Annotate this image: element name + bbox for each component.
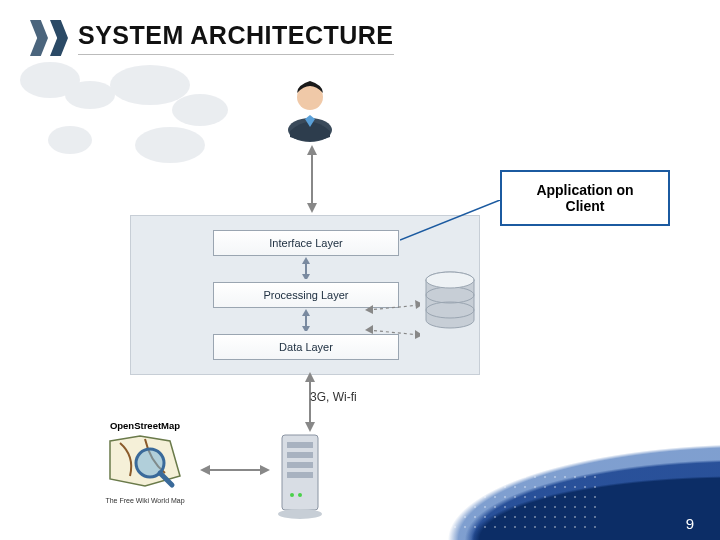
svg-point-5	[135, 127, 205, 163]
server-icon	[270, 430, 330, 520]
svg-line-19	[368, 330, 420, 335]
svg-point-4	[48, 126, 92, 154]
svg-marker-21	[365, 305, 373, 314]
osm-subtitle: The Free Wiki World Map	[90, 497, 200, 504]
svg-marker-34	[200, 465, 210, 475]
layer-connector-2	[299, 309, 313, 331]
slide-header: SYSTEM ARCHITECTURE	[30, 20, 394, 56]
database-icon	[420, 270, 480, 335]
svg-point-3	[172, 94, 228, 126]
arrow-osm-server	[200, 460, 270, 480]
svg-marker-35	[260, 465, 270, 475]
label-application-on-client: Application on Client	[500, 170, 670, 226]
svg-rect-40	[287, 462, 313, 468]
data-db-connector	[365, 300, 420, 340]
chevron-icon	[30, 20, 68, 56]
svg-marker-14	[302, 274, 310, 279]
svg-point-43	[298, 493, 302, 497]
svg-point-27	[426, 272, 474, 288]
svg-marker-23	[365, 325, 373, 334]
svg-marker-9	[307, 145, 317, 155]
svg-rect-41	[287, 472, 313, 478]
svg-point-2	[110, 65, 190, 105]
svg-marker-17	[302, 326, 310, 331]
map-icon	[90, 431, 200, 491]
svg-marker-29	[305, 372, 315, 382]
openstreetmap-logo: OpenStreetMap The Free Wiki World Map	[90, 420, 200, 505]
svg-marker-16	[302, 309, 310, 316]
svg-line-18	[368, 305, 420, 310]
slide-title: SYSTEM ARCHITECTURE	[78, 21, 394, 55]
svg-point-1	[65, 81, 115, 109]
world-map-bg	[0, 40, 260, 190]
svg-point-42	[290, 493, 294, 497]
layer-interface: Interface Layer	[213, 230, 399, 256]
page-number: 9	[686, 515, 694, 532]
network-label: 3G, Wi-fi	[310, 390, 357, 404]
svg-marker-13	[302, 257, 310, 264]
arrow-user-to-system	[302, 145, 322, 215]
callout-line-client	[400, 200, 510, 250]
svg-line-11	[400, 200, 500, 240]
osm-title: OpenStreetMap	[90, 420, 200, 431]
svg-marker-10	[307, 203, 317, 213]
user-icon	[275, 75, 345, 145]
layer-connector-1	[299, 257, 313, 279]
label-text: Application on Client	[536, 182, 633, 214]
svg-point-44	[278, 509, 322, 519]
svg-rect-39	[287, 452, 313, 458]
svg-rect-38	[287, 442, 313, 448]
